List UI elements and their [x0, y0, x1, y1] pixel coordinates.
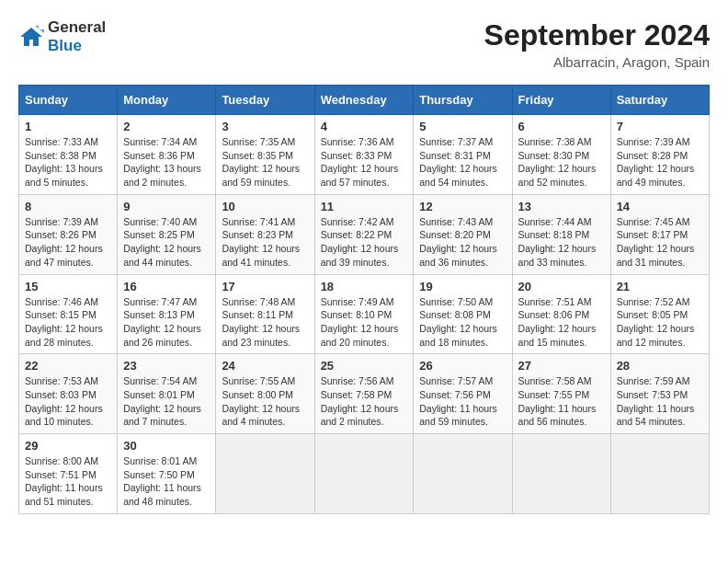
- day-number: 3: [222, 120, 308, 133]
- calendar-cell: 1Sunrise: 7:33 AM Sunset: 8:38 PM Daylig…: [19, 115, 118, 195]
- day-info: Sunrise: 7:42 AM Sunset: 8:22 PM Dayligh…: [321, 215, 408, 270]
- calendar-cell: 28Sunrise: 7:59 AM Sunset: 7:53 PM Dayli…: [610, 354, 709, 434]
- calendar-cell: 16Sunrise: 7:47 AM Sunset: 8:13 PM Dayli…: [118, 274, 216, 354]
- day-number: 24: [222, 359, 308, 373]
- day-number: 20: [518, 280, 605, 293]
- calendar-cell: [314, 434, 414, 514]
- calendar-cell: 24Sunrise: 7:55 AM Sunset: 8:00 PM Dayli…: [216, 354, 314, 434]
- calendar-cell: 14Sunrise: 7:45 AM Sunset: 8:17 PM Dayli…: [610, 194, 709, 274]
- day-number: 4: [321, 120, 408, 133]
- calendar-cell: 30Sunrise: 8:01 AM Sunset: 7:50 PM Dayli…: [118, 434, 216, 514]
- day-number: 5: [419, 120, 506, 133]
- weekday-header-thursday: Thursday: [414, 86, 512, 115]
- weekday-header-tuesday: Tuesday: [216, 86, 314, 115]
- day-info: Sunrise: 7:49 AM Sunset: 8:10 PM Dayligh…: [321, 295, 408, 350]
- weekday-header-row: SundayMondayTuesdayWednesdayThursdayFrid…: [19, 86, 710, 115]
- day-number: 2: [123, 120, 210, 133]
- day-number: 27: [518, 359, 605, 373]
- day-info: Sunrise: 7:35 AM Sunset: 8:35 PM Dayligh…: [222, 135, 308, 190]
- calendar-cell: 12Sunrise: 7:43 AM Sunset: 8:20 PM Dayli…: [414, 194, 512, 274]
- day-info: Sunrise: 7:50 AM Sunset: 8:08 PM Dayligh…: [419, 295, 506, 350]
- day-info: Sunrise: 7:58 AM Sunset: 7:55 PM Dayligh…: [518, 374, 605, 429]
- calendar-cell: 2Sunrise: 7:34 AM Sunset: 8:36 PM Daylig…: [118, 115, 216, 195]
- day-info: Sunrise: 7:46 AM Sunset: 8:15 PM Dayligh…: [25, 295, 111, 350]
- day-number: 19: [419, 280, 506, 293]
- day-number: 18: [321, 280, 408, 293]
- day-info: Sunrise: 7:39 AM Sunset: 8:28 PM Dayligh…: [617, 135, 703, 190]
- calendar-cell: [610, 434, 709, 514]
- day-number: 30: [123, 439, 210, 453]
- day-info: Sunrise: 7:39 AM Sunset: 8:26 PM Dayligh…: [25, 215, 111, 270]
- day-info: Sunrise: 7:52 AM Sunset: 8:05 PM Dayligh…: [617, 295, 703, 350]
- calendar-cell: 20Sunrise: 7:51 AM Sunset: 8:06 PM Dayli…: [512, 274, 610, 354]
- calendar-cell: 15Sunrise: 7:46 AM Sunset: 8:15 PM Dayli…: [19, 274, 118, 354]
- day-info: Sunrise: 7:54 AM Sunset: 8:01 PM Dayligh…: [123, 374, 210, 429]
- calendar-cell: 19Sunrise: 7:50 AM Sunset: 8:08 PM Dayli…: [414, 274, 512, 354]
- weekday-header-saturday: Saturday: [610, 86, 709, 115]
- day-info: Sunrise: 7:51 AM Sunset: 8:06 PM Dayligh…: [518, 295, 605, 350]
- logo-icon: [18, 24, 44, 50]
- svg-marker-0: [20, 28, 42, 46]
- calendar-cell: 17Sunrise: 7:48 AM Sunset: 8:11 PM Dayli…: [216, 274, 314, 354]
- calendar-cell: 13Sunrise: 7:44 AM Sunset: 8:18 PM Dayli…: [512, 194, 610, 274]
- weekday-header-monday: Monday: [118, 86, 216, 115]
- title-block: September 2024 Albarracin, Aragon, Spain: [484, 18, 710, 70]
- day-info: Sunrise: 7:56 AM Sunset: 7:58 PM Dayligh…: [321, 374, 408, 429]
- calendar-cell: 10Sunrise: 7:41 AM Sunset: 8:23 PM Dayli…: [216, 194, 314, 274]
- day-info: Sunrise: 7:36 AM Sunset: 8:33 PM Dayligh…: [321, 135, 408, 190]
- day-number: 23: [123, 359, 210, 373]
- day-number: 7: [617, 120, 703, 133]
- day-info: Sunrise: 7:38 AM Sunset: 8:30 PM Dayligh…: [518, 135, 605, 190]
- calendar-cell: 23Sunrise: 7:54 AM Sunset: 8:01 PM Dayli…: [118, 354, 216, 434]
- calendar-cell: 29Sunrise: 8:00 AM Sunset: 7:51 PM Dayli…: [19, 434, 118, 514]
- day-info: Sunrise: 7:53 AM Sunset: 8:03 PM Dayligh…: [25, 374, 111, 429]
- weekday-header-sunday: Sunday: [19, 86, 118, 115]
- day-info: Sunrise: 8:01 AM Sunset: 7:50 PM Dayligh…: [123, 454, 210, 509]
- day-info: Sunrise: 7:48 AM Sunset: 8:11 PM Dayligh…: [222, 295, 308, 350]
- calendar-week-row: 29Sunrise: 8:00 AM Sunset: 7:51 PM Dayli…: [19, 434, 710, 514]
- day-number: 29: [25, 439, 111, 453]
- month-title: September 2024: [484, 18, 710, 52]
- day-info: Sunrise: 7:43 AM Sunset: 8:20 PM Dayligh…: [419, 215, 506, 270]
- day-number: 15: [25, 280, 111, 293]
- day-number: 10: [222, 200, 308, 213]
- day-info: Sunrise: 7:47 AM Sunset: 8:13 PM Dayligh…: [123, 295, 210, 350]
- day-number: 1: [25, 120, 111, 133]
- calendar-week-row: 8Sunrise: 7:39 AM Sunset: 8:26 PM Daylig…: [19, 194, 710, 274]
- logo-text: General Blue: [48, 18, 106, 55]
- calendar-cell: 3Sunrise: 7:35 AM Sunset: 8:35 PM Daylig…: [216, 115, 314, 195]
- calendar-cell: [414, 434, 512, 514]
- calendar-cell: 6Sunrise: 7:38 AM Sunset: 8:30 PM Daylig…: [512, 115, 610, 195]
- day-number: 17: [222, 280, 308, 293]
- calendar-cell: 22Sunrise: 7:53 AM Sunset: 8:03 PM Dayli…: [19, 354, 118, 434]
- calendar-cell: 7Sunrise: 7:39 AM Sunset: 8:28 PM Daylig…: [610, 115, 709, 195]
- day-number: 8: [25, 200, 111, 213]
- calendar-cell: 9Sunrise: 7:40 AM Sunset: 8:25 PM Daylig…: [118, 194, 216, 274]
- calendar-week-row: 22Sunrise: 7:53 AM Sunset: 8:03 PM Dayli…: [19, 354, 710, 434]
- weekday-header-friday: Friday: [512, 86, 610, 115]
- calendar-table: SundayMondayTuesdayWednesdayThursdayFrid…: [18, 85, 710, 514]
- calendar-cell: 8Sunrise: 7:39 AM Sunset: 8:26 PM Daylig…: [19, 194, 118, 274]
- calendar-cell: 4Sunrise: 7:36 AM Sunset: 8:33 PM Daylig…: [314, 115, 414, 195]
- day-info: Sunrise: 8:00 AM Sunset: 7:51 PM Dayligh…: [25, 454, 111, 509]
- day-info: Sunrise: 7:37 AM Sunset: 8:31 PM Dayligh…: [419, 135, 506, 190]
- calendar-cell: 11Sunrise: 7:42 AM Sunset: 8:22 PM Dayli…: [314, 194, 414, 274]
- day-info: Sunrise: 7:44 AM Sunset: 8:18 PM Dayligh…: [518, 215, 605, 270]
- calendar-cell: [512, 434, 610, 514]
- calendar-cell: [216, 434, 314, 514]
- day-number: 11: [321, 200, 408, 213]
- day-number: 13: [518, 200, 605, 213]
- day-info: Sunrise: 7:57 AM Sunset: 7:56 PM Dayligh…: [419, 374, 506, 429]
- logo: General Blue: [18, 18, 106, 55]
- day-info: Sunrise: 7:34 AM Sunset: 8:36 PM Dayligh…: [123, 135, 210, 190]
- day-number: 28: [617, 359, 703, 373]
- day-number: 21: [617, 280, 703, 293]
- day-info: Sunrise: 7:55 AM Sunset: 8:00 PM Dayligh…: [222, 374, 308, 429]
- calendar-week-row: 15Sunrise: 7:46 AM Sunset: 8:15 PM Dayli…: [19, 274, 710, 354]
- calendar-week-row: 1Sunrise: 7:33 AM Sunset: 8:38 PM Daylig…: [19, 115, 710, 195]
- day-number: 12: [419, 200, 506, 213]
- calendar-cell: 25Sunrise: 7:56 AM Sunset: 7:58 PM Dayli…: [314, 354, 414, 434]
- day-number: 26: [419, 359, 506, 373]
- day-info: Sunrise: 7:45 AM Sunset: 8:17 PM Dayligh…: [617, 215, 703, 270]
- day-info: Sunrise: 7:40 AM Sunset: 8:25 PM Dayligh…: [123, 215, 210, 270]
